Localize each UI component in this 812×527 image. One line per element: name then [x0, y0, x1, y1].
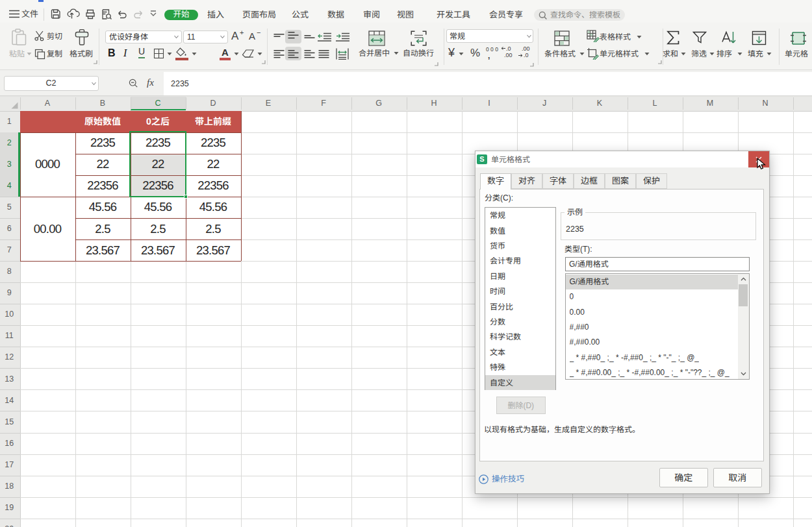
svg-text:.00: .00 — [522, 45, 530, 52]
svg-text:.0: .0 — [506, 45, 511, 52]
svg-text:.0: .0 — [524, 52, 529, 58]
svg-text:.00: .00 — [504, 52, 513, 58]
